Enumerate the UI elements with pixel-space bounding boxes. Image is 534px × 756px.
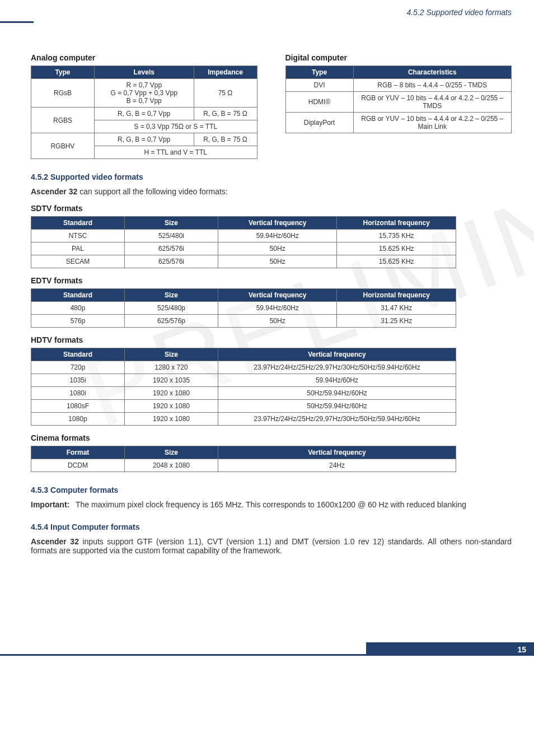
cell: S = 0,3 Vpp 75Ω or S = TTL (94, 120, 257, 133)
table-row: RGsB R = 0,7 Vpp G = 0,7 Vpp + 0,3 Vpp B… (31, 79, 257, 108)
table-row: DVI RGB – 8 bits – 4.4.4 – 0/255 - TMDS (285, 79, 512, 92)
hdtv-table: Standard Size Vertical frequency 720p128… (31, 348, 456, 426)
table-row: 480p525/480p59.94Hz/60Hz31.47 KHz (31, 302, 456, 315)
cell: R, G, B = 0,7 Vpp (94, 133, 194, 146)
important-label: Important: (31, 500, 69, 509)
table-row: DiplayPort RGB or YUV – 10 bits – 4.4.4 … (285, 113, 512, 133)
digital-title: Digital computer (285, 53, 512, 62)
table-header: Type (285, 66, 353, 79)
section-452-heading: 4.5.2 Supported video formats (31, 172, 512, 181)
cell: RGB or YUV – 10 bits – 4.4.4 or 4.2.2 – … (353, 113, 511, 133)
page-number: 15 (517, 645, 526, 654)
cell: RGB or YUV – 10 bits – 4.4.4 or 4.2.2 – … (353, 92, 511, 113)
intro-bold: Ascender 32 (31, 187, 77, 196)
table-row: HDMI® RGB or YUV – 10 bits – 4.4.4 or 4.… (285, 92, 512, 113)
table-row: SECAM625/576i50Hz15.625 KHz (31, 255, 456, 268)
table-header: Format (31, 446, 125, 459)
important-text: The maximum pixel clock frequency is 165… (76, 500, 512, 509)
cell: RGB – 8 bits – 4.4.4 – 0/255 - TMDS (353, 79, 511, 92)
table-row: RGBHV R, G, B = 0,7 Vpp R, G, B = 75 Ω (31, 133, 257, 146)
cell: HDMI® (285, 92, 353, 113)
table-header: Size (124, 348, 218, 361)
sdtv-table: Standard Size Vertical frequency Horizon… (31, 216, 456, 268)
section-454-heading: 4.5.4 Input Computer formats (31, 522, 512, 531)
page-header: 4.5.2 Supported video formats (0, 0, 534, 22)
intro-rest: can support all the following video form… (77, 187, 227, 196)
table-row: 1080i1920 x 108050Hz/59.94Hz/60Hz (31, 387, 456, 400)
cinema-table: Format Size Vertical frequency DCDM2048 … (31, 446, 456, 472)
section-454-para: Ascender 32 inputs support GTF (version … (31, 537, 512, 555)
table-header: Size (124, 446, 218, 459)
page-content: Analog computer Type Levels Impedance RG… (0, 22, 534, 566)
section-452-intro: Ascender 32 can support all the followin… (31, 187, 512, 196)
hdtv-title: HDTV formats (31, 335, 512, 344)
table-header: Type (31, 66, 95, 79)
digital-table: Type Characteristics DVI RGB – 8 bits – … (285, 66, 512, 133)
table-header: Size (124, 217, 218, 230)
footer-bar: 15 (366, 642, 534, 656)
cell: R, G, B = 0,7 Vpp (94, 108, 194, 120)
cell: 75 Ω (194, 79, 257, 108)
table-row: DCDM2048 x 108024Hz (31, 459, 456, 472)
important-block: Important: The maximum pixel clock frequ… (31, 500, 512, 509)
para-text: inputs support GTF (version 1.1), CVT (v… (31, 537, 512, 555)
table-header: Horizontal frequency (337, 217, 456, 230)
table-header: Vertical frequency (218, 289, 337, 302)
table-row: NTSC525/480i59.94Hz/60Hz15,735 KHz (31, 230, 456, 242)
analog-title: Analog computer (31, 53, 257, 62)
cell: R, G, B = 75 Ω (194, 133, 257, 146)
cell: RGBS (31, 108, 95, 133)
cell: DVI (285, 79, 353, 92)
table-header: Characteristics (353, 66, 511, 79)
table-row: 1080p1920 x 108023.97Hz/24Hz/25Hz/29,97H… (31, 413, 456, 426)
para-bold: Ascender 32 (31, 537, 79, 546)
table-header: Standard (31, 348, 125, 361)
table-row: 1035i1920 x 103559.94Hz/60Hz (31, 374, 456, 387)
table-header: Standard (31, 289, 125, 302)
table-row: 576p625/576p50Hz31.25 KHz (31, 315, 456, 328)
edtv-title: EDTV formats (31, 276, 512, 285)
cell: RGBHV (31, 133, 95, 159)
page-footer: 15 (0, 633, 534, 656)
table-row: PAL625/576i50Hz15.625 KHz (31, 242, 456, 255)
cell: H = TTL and V = TTL (94, 146, 257, 159)
footer-rule (0, 654, 366, 656)
header-section-ref: 4.5.2 Supported video formats (406, 8, 512, 17)
cell: R = 0,7 Vpp G = 0,7 Vpp + 0,3 Vpp B = 0,… (94, 79, 194, 108)
cell: RGsB (31, 79, 95, 108)
analog-table: Type Levels Impedance RGsB R = 0,7 Vpp G… (31, 66, 257, 159)
cinema-title: Cinema formats (31, 433, 512, 442)
table-header: Standard (31, 217, 125, 230)
table-row: RGBS R, G, B = 0,7 Vpp R, G, B = 75 Ω (31, 108, 257, 120)
sdtv-title: SDTV formats (31, 204, 512, 213)
table-header: Impedance (194, 66, 257, 79)
table-header: Vertical frequency (218, 217, 337, 230)
table-row: 1080sF1920 x 108050Hz/59.94Hz/60Hz (31, 400, 456, 413)
cell: R, G, B = 75 Ω (194, 108, 257, 120)
table-header: Vertical frequency (218, 446, 456, 459)
section-453-heading: 4.5.3 Computer formats (31, 486, 512, 494)
table-header: Horizontal frequency (337, 289, 456, 302)
table-header: Vertical frequency (218, 348, 456, 361)
table-header: Size (124, 289, 218, 302)
edtv-table: Standard Size Vertical frequency Horizon… (31, 288, 456, 328)
cell: DiplayPort (285, 113, 353, 133)
table-row: 720p1280 x 72023.97Hz/24Hz/25Hz/29,97Hz/… (31, 361, 456, 374)
table-header: Levels (94, 66, 194, 79)
